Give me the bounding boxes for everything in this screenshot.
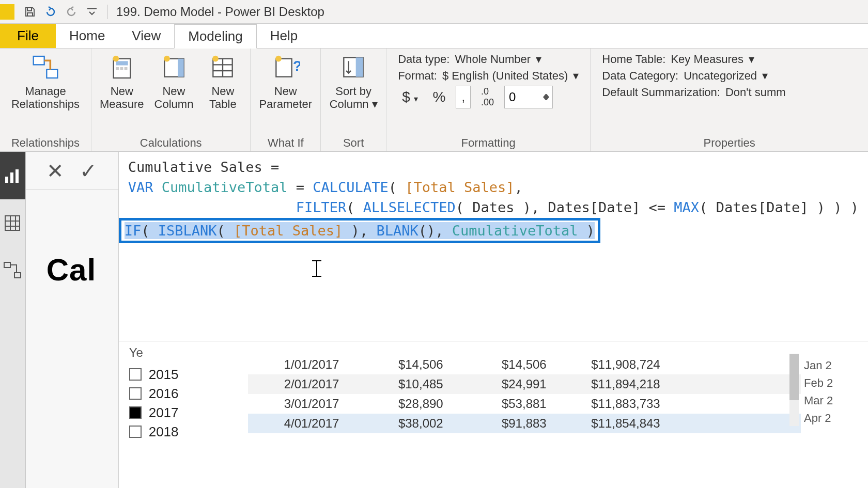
year-slicer: Ye 2015 2016 2017 2018	[119, 341, 248, 488]
decimals-icon: .0.00	[477, 86, 498, 108]
percent-button[interactable]: %	[428, 89, 450, 105]
view-rail	[0, 152, 26, 488]
label: Manage Relationships	[11, 85, 80, 111]
chevron-down-icon: ▾	[372, 98, 378, 111]
right-axis-fragment: Jan 2 Feb 2 Mar 2 Apr 2	[801, 341, 868, 488]
app-accent-icon	[0, 4, 14, 20]
label: New Column	[154, 85, 194, 111]
qat-customize-button[interactable]	[82, 2, 102, 22]
redo-button[interactable]	[61, 2, 82, 22]
new-table-icon	[208, 53, 237, 82]
group-sort: Sort by Column▾ Sort	[321, 49, 386, 151]
group-label: Sort	[325, 135, 382, 150]
new-measure-button[interactable]: New Measure	[96, 51, 148, 113]
manage-relationships-button[interactable]: Manage Relationships	[4, 51, 87, 113]
slicer-item[interactable]: 2016	[129, 384, 238, 403]
file-tab[interactable]: File	[0, 24, 56, 48]
checkbox-icon[interactable]	[129, 368, 142, 381]
datatype-value: Whole Number	[455, 53, 531, 66]
chevron-down-icon: ▾	[749, 53, 754, 66]
checkbox-icon[interactable]	[129, 426, 142, 438]
workspace: ✕ ✓ Cal Cumulative Sales = VAR Cumulativ…	[0, 152, 868, 488]
commit-formula-button[interactable]: ✓	[80, 159, 97, 183]
save-button[interactable]	[20, 2, 40, 22]
spinner-buttons[interactable]	[540, 86, 552, 108]
tab-help[interactable]: Help	[257, 24, 311, 48]
data-table: 1/01/2017 $14,506 $14,506 $11,908,724 2/…	[248, 341, 801, 488]
table-row[interactable]: 3/01/2017 $28,890 $53,881 $11,883,733	[248, 394, 801, 414]
default-summarization-dropdown[interactable]: Default Summarization: Don't summ	[602, 86, 785, 99]
checkbox-icon[interactable]	[129, 406, 142, 419]
formula-line-1: Cumulative Sales =	[128, 159, 280, 175]
data-area: Ye 2015 2016 2017 2018 1/01/2017 $14,506…	[119, 341, 868, 488]
datatype-dropdown[interactable]: Data type: Whole Number ▾	[398, 53, 579, 66]
group-calculations: New Measure New Column New Table Calcula…	[91, 49, 251, 151]
summ-label: Default Summarization:	[602, 86, 720, 99]
right-pane: Cumulative Sales = VAR CumulativeTotal =…	[119, 152, 868, 488]
data-view-icon	[2, 213, 23, 233]
table-row[interactable]: 2/01/2017 $10,485 $24,991 $11,894,218	[248, 374, 801, 394]
formula-editor[interactable]: Cumulative Sales = VAR CumulativeTotal =…	[119, 152, 868, 341]
svg-rect-21	[5, 177, 8, 183]
category-value: Uncategorized	[684, 69, 757, 83]
slicer-item[interactable]: 2015	[129, 365, 238, 384]
main-column: ✕ ✓ Cal Cumulative Sales = VAR Cumulativ…	[26, 152, 868, 488]
formula-bar-controls: ✕ ✓	[26, 152, 118, 190]
thousands-separator-button[interactable]: ,	[456, 86, 471, 108]
left-strip: ✕ ✓ Cal	[26, 152, 119, 488]
tab-view[interactable]: View	[118, 24, 174, 48]
new-table-button[interactable]: New Table	[199, 51, 246, 113]
tab-home[interactable]: Home	[56, 24, 118, 48]
scrollbar[interactable]	[789, 354, 799, 426]
title-bar: 199. Demo Model - Power BI Desktop	[0, 0, 868, 24]
svg-rect-29	[4, 262, 10, 267]
chevron-down-icon: ▾	[573, 69, 579, 83]
group-label: Properties	[595, 135, 864, 150]
group-whatif: ? New Parameter What If	[251, 49, 321, 151]
checkbox-icon[interactable]	[129, 387, 142, 400]
category-label: Data Category:	[602, 69, 678, 83]
svg-rect-24	[5, 216, 20, 230]
currency-button[interactable]: $ ▾	[398, 89, 422, 105]
new-parameter-button[interactable]: ? New Parameter	[255, 51, 316, 113]
decimal-places-stepper[interactable]	[504, 86, 553, 108]
report-view-button[interactable]	[0, 152, 25, 199]
slicer-item[interactable]: 2017	[129, 403, 238, 422]
chevron-down-icon: ▾	[762, 69, 768, 83]
chevron-down-icon: ▾	[414, 95, 418, 103]
svg-rect-0	[34, 56, 44, 65]
highlighted-formula-segment: IF( ISBLANK( [Total Sales] ), BLANK(), C…	[119, 218, 600, 243]
model-view-button[interactable]	[0, 247, 25, 294]
group-properties: Home Table: Key Measures ▾ Data Category…	[591, 49, 868, 151]
table-row[interactable]: 1/01/2017 $14,506 $14,506 $11,908,724	[248, 355, 801, 374]
scrollbar-thumb[interactable]	[789, 354, 799, 400]
manage-relationships-icon	[31, 53, 60, 82]
slicer-item[interactable]: 2018	[129, 422, 238, 442]
svg-point-10	[164, 56, 170, 62]
hometable-value: Key Measures	[671, 53, 743, 66]
svg-point-18	[275, 56, 282, 62]
tab-modeling[interactable]: Modeling	[174, 24, 257, 49]
group-formatting: Data type: Whole Number ▾ Format: $ Engl…	[386, 49, 591, 151]
svg-point-15	[213, 56, 219, 62]
format-dropdown[interactable]: Format: $ English (United States) ▾	[398, 69, 579, 83]
sort-icon	[339, 53, 368, 82]
new-column-button[interactable]: New Column	[150, 51, 198, 113]
tok-var-name: CumulativeTotal	[162, 179, 288, 195]
group-relationships: Manage Relationships Relationships	[0, 49, 91, 151]
data-category-dropdown[interactable]: Data Category: Uncategorized ▾	[602, 69, 785, 83]
chevron-down-icon: ▾	[536, 53, 541, 66]
undo-button[interactable]	[40, 2, 61, 22]
undo-icon	[44, 6, 57, 18]
group-label: Formatting	[391, 135, 586, 150]
tok-var-kw: VAR	[128, 179, 162, 195]
cancel-formula-button[interactable]: ✕	[47, 159, 64, 183]
visual-title-fragment: Cal	[26, 190, 118, 288]
ribbon-tabs: File Home View Modeling Help	[0, 24, 868, 49]
table-row[interactable]: 4/01/2017 $38,002 $91,883 $11,854,843	[248, 414, 801, 433]
decimal-places-input[interactable]	[505, 86, 540, 108]
home-table-dropdown[interactable]: Home Table: Key Measures ▾	[602, 53, 785, 66]
sort-by-column-button[interactable]: Sort by Column▾	[325, 51, 382, 113]
data-view-button[interactable]	[0, 199, 25, 247]
datatype-label: Data type:	[398, 53, 450, 66]
